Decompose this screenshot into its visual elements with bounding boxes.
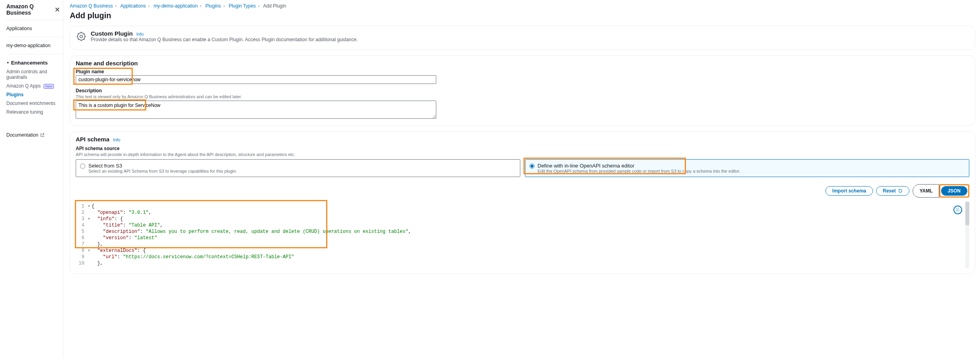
breadcrumb-plugin-types[interactable]: Plugin Types — [229, 3, 256, 9]
editor-line[interactable]: 4 "title": "Table API", — [76, 222, 965, 229]
plugin-name-input[interactable] — [76, 75, 436, 84]
code-editor[interactable]: 1▾{2 "openapi": "3.0.1",3▾ "info": {4 "t… — [76, 202, 969, 268]
info-link[interactable]: Info — [136, 32, 143, 36]
sidebar-item-relevance-tuning[interactable]: Relevance tuning — [6, 108, 63, 116]
svg-point-0 — [80, 35, 83, 38]
plugin-name-label: Plugin name — [76, 69, 969, 74]
reset-button[interactable]: Reset — [876, 186, 910, 196]
breadcrumb: Amazon Q Business› Applications› my-demo… — [70, 3, 975, 9]
fold-marker — [88, 235, 92, 241]
line-text: "version": "latest" — [92, 235, 157, 241]
fold-marker — [88, 222, 92, 229]
refresh-icon — [898, 189, 903, 193]
line-number: 10 — [76, 260, 88, 267]
sidebar-title: Amazon Q Business — [6, 3, 55, 16]
radio-inline-desc: Edit the OpenAPI schema from provided sa… — [538, 169, 741, 173]
radio-s3-title: Select from S3 — [88, 163, 237, 169]
custom-plugin-desc: Provide details so that Amazon Q Busines… — [91, 37, 358, 42]
line-number: 9 — [76, 254, 88, 260]
json-toggle-button[interactable]: JSON — [941, 186, 967, 196]
description-textarea[interactable] — [76, 101, 436, 119]
editor-line[interactable]: 6 "version": "latest" — [76, 235, 965, 241]
fold-marker — [88, 229, 92, 235]
editor-line[interactable]: 1▾{ — [76, 203, 965, 209]
line-text: }, — [92, 241, 103, 248]
editor-line[interactable]: 2 "openapi": "3.0.1", — [76, 209, 965, 216]
editor-scrollbar[interactable] — [965, 202, 969, 268]
sidebar-item-document-enrichments[interactable]: Document enrichments — [6, 99, 63, 108]
highlight-json-toggle: JSON — [939, 184, 969, 198]
radio-select-from-s3[interactable]: Select from S3 Select an existing API Sc… — [76, 159, 520, 177]
custom-plugin-title: Custom Plugin — [91, 30, 133, 37]
line-number: 3 — [76, 216, 88, 222]
sidebar-item-plugins[interactable]: Plugins — [6, 90, 63, 99]
line-text: }, — [92, 260, 103, 267]
line-text: "url": "https://docs.servicenow.com/?con… — [92, 254, 294, 260]
line-text: "info": { — [92, 216, 123, 222]
sidebar-item-my-demo-application[interactable]: my-demo-application — [6, 41, 63, 50]
breadcrumb-current: Add Plugin — [263, 3, 286, 9]
editor-line[interactable]: 3▾ "info": { — [76, 216, 965, 222]
fold-marker — [88, 241, 92, 248]
sidebar-item-applications[interactable]: Applications — [6, 24, 63, 33]
description-help: This text is viewed only by Amazon Q Bus… — [76, 94, 969, 99]
api-info-link[interactable]: Info — [113, 137, 120, 142]
close-icon[interactable]: ✕ — [55, 6, 60, 13]
line-text: "openapi": "3.0.1", — [92, 209, 151, 216]
editor-options-icon[interactable] — [953, 206, 962, 214]
api-source-label: API schema source — [76, 146, 969, 151]
sidebar-section-enhancements[interactable]: Enhancements — [6, 58, 63, 67]
fold-marker[interactable]: ▾ — [88, 203, 92, 209]
fold-marker[interactable]: ▾ — [88, 216, 92, 222]
api-schema-panel: API schema Info API schema source API sc… — [70, 131, 975, 274]
page-title: Add plugin — [70, 11, 975, 20]
line-number: 5 — [76, 229, 88, 235]
import-schema-button[interactable]: Import schema — [825, 186, 873, 196]
sidebar-item-amazon-q-apps[interactable]: Amazon Q Apps New — [6, 82, 63, 90]
api-schema-title: API schema — [76, 136, 109, 143]
svg-point-3 — [956, 210, 957, 211]
custom-plugin-panel: Custom Plugin Info Provide details so th… — [70, 26, 975, 50]
fold-marker — [88, 260, 92, 267]
line-number: 4 — [76, 222, 88, 229]
yaml-toggle-button[interactable]: YAML — [913, 184, 939, 198]
line-number: 6 — [76, 235, 88, 241]
radio-inline-editor[interactable]: Define with in-line OpenAPI schema edito… — [525, 159, 970, 177]
line-number: 7 — [76, 241, 88, 248]
line-text: "title": "Table API", — [92, 222, 163, 229]
breadcrumb-applications[interactable]: Applications — [120, 3, 146, 9]
line-number: 2 — [76, 209, 88, 216]
svg-point-2 — [956, 209, 957, 209]
radio-s3-desc: Select an existing API Schema from S3 to… — [88, 169, 237, 173]
fold-marker — [88, 209, 92, 216]
line-number: 8 — [76, 248, 88, 254]
svg-point-1 — [78, 32, 85, 40]
name-description-panel: Name and description Plugin name Descrip… — [70, 55, 975, 126]
fold-marker — [88, 254, 92, 260]
sidebar-item-admin-controls[interactable]: Admin controls and guardrails — [6, 67, 63, 82]
line-text: "externalDocs": { — [92, 248, 146, 254]
breadcrumb-my-demo-application[interactable]: my-demo-application — [153, 3, 197, 9]
external-link-icon — [40, 133, 45, 137]
fold-marker[interactable]: ▾ — [88, 248, 92, 254]
sidebar: Amazon Q Business ✕ Applications my-demo… — [0, 0, 63, 358]
new-badge: New — [44, 84, 54, 89]
editor-line[interactable]: 7 }, — [76, 241, 965, 248]
breadcrumb-amazon-q-business[interactable]: Amazon Q Business — [70, 3, 113, 9]
radio-s3-input[interactable] — [80, 164, 85, 169]
description-label: Description — [76, 88, 969, 93]
radio-inline-title: Define with in-line OpenAPI schema edito… — [538, 163, 741, 169]
line-text: { — [92, 203, 94, 209]
name-desc-title: Name and description — [76, 60, 969, 67]
radio-inline-input[interactable] — [529, 164, 535, 169]
api-source-help: API schema will provide in-depth informa… — [76, 152, 969, 157]
sidebar-item-documentation[interactable]: Documentation — [6, 132, 63, 138]
line-text: "description": "Allows you to perform cr… — [92, 229, 411, 235]
editor-line[interactable]: 5 "description": "Allows you to perform … — [76, 229, 965, 235]
breadcrumb-plugins[interactable]: Plugins — [205, 3, 221, 9]
editor-line[interactable]: 8▾ "externalDocs": { — [76, 248, 965, 254]
gear-icon — [76, 31, 87, 42]
editor-line[interactable]: 10 }, — [76, 260, 965, 267]
editor-line[interactable]: 9 "url": "https://docs.servicenow.com/?c… — [76, 254, 965, 260]
main-content: Amazon Q Business› Applications› my-demo… — [63, 0, 980, 358]
